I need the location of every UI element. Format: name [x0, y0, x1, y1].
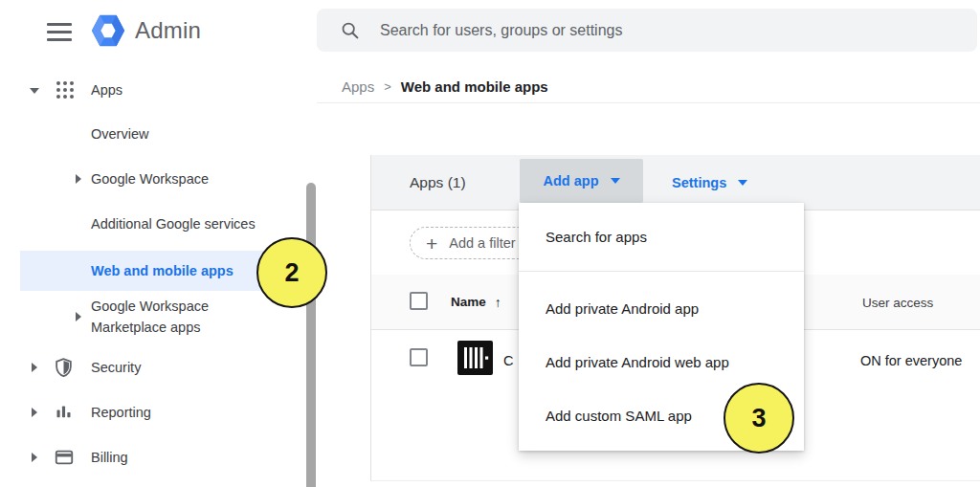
search-input[interactable]	[380, 22, 916, 39]
menu-item-add-private-android-web-app[interactable]: Add private Android web app	[519, 335, 804, 388]
name-column-label: Name	[451, 295, 486, 309]
annotation-step-3: 3	[724, 383, 794, 454]
menu-item-search-for-apps[interactable]: Search for apps	[519, 203, 804, 271]
sidebar-item-label: Google Workspace Marketplace apps	[91, 296, 275, 338]
annotation-step-2: 2	[256, 237, 327, 308]
select-all-checkbox[interactable]	[410, 292, 428, 310]
sidebar-item-label: Reporting	[91, 405, 151, 420]
chevron-right-icon[interactable]	[32, 453, 37, 462]
user-access-value: ON for everyone	[860, 353, 962, 368]
app-logo-icon	[457, 341, 493, 375]
menu-icon[interactable]	[47, 23, 72, 41]
admin-logo-icon	[90, 12, 126, 49]
column-header-name[interactable]: Name ↑	[451, 295, 501, 310]
row-checkbox[interactable]	[410, 348, 428, 366]
sidebar-item-additional-google-services[interactable]: Additional Google services	[0, 211, 304, 236]
sidebar-item-web-and-mobile-apps[interactable]: Web and mobile apps	[20, 251, 273, 291]
chevron-down-icon[interactable]	[30, 88, 39, 94]
shield-icon	[54, 357, 74, 378]
settings-button-label: Settings	[672, 175, 726, 190]
sidebar-scrollbar[interactable]	[306, 183, 316, 487]
chevron-right-icon[interactable]	[76, 174, 81, 184]
sidebar-item-apps[interactable]: Apps	[0, 77, 304, 102]
chevron-right-icon[interactable]	[32, 363, 37, 372]
sidebar-item-google-workspace[interactable]: Google Workspace	[0, 166, 304, 191]
search-icon	[340, 20, 360, 40]
sidebar-item-label: Overview	[91, 126, 148, 142]
add-filter-label: Add a filter	[449, 235, 515, 251]
app-name: C	[503, 353, 513, 368]
credit-card-icon	[54, 447, 75, 468]
plus-icon: +	[426, 233, 437, 254]
add-app-button-label: Add app	[544, 173, 599, 188]
sidebar-item-marketplace-apps[interactable]: Google Workspace Marketplace apps	[0, 295, 304, 339]
sidebar-item-security[interactable]: Security	[0, 355, 304, 380]
menu-item-add-private-android-app[interactable]: Add private Android app	[519, 281, 804, 335]
chevron-down-icon	[611, 178, 620, 184]
admin-logo-text: Admin	[135, 17, 201, 44]
admin-logo: Admin	[90, 12, 201, 49]
sidebar-item-billing[interactable]: Billing	[0, 445, 304, 470]
sidebar-item-label: Google Workspace	[91, 171, 209, 187]
chevron-right-icon[interactable]	[32, 408, 37, 417]
breadcrumb-separator: >	[384, 79, 391, 94]
sidebar-item-label: Additional Google services	[91, 216, 256, 232]
apps-grid-icon	[54, 78, 77, 101]
search-bar[interactable]	[317, 9, 977, 52]
column-header-user-access[interactable]: User access	[862, 295, 933, 309]
sidebar-item-label: Apps	[91, 82, 122, 98]
add-app-button[interactable]: Add app	[520, 159, 643, 203]
breadcrumb-apps-link[interactable]: Apps	[342, 78, 374, 95]
sidebar-item-overview[interactable]: Overview	[0, 122, 304, 146]
breadcrumb-divider	[317, 102, 980, 103]
apps-count-label: Apps (1)	[410, 174, 466, 191]
breadcrumb-current: Web and mobile apps	[401, 78, 548, 95]
sidebar-item-reporting[interactable]: Reporting	[0, 400, 304, 425]
breadcrumb: Apps > Web and mobile apps	[342, 77, 548, 96]
chevron-down-icon	[738, 180, 747, 186]
sidebar-item-label: Web and mobile apps	[91, 263, 234, 278]
sidebar-item-label: Security	[91, 360, 141, 375]
sidebar-item-label: Billing	[91, 450, 128, 465]
bar-chart-icon	[54, 403, 74, 423]
sort-ascending-icon[interactable]: ↑	[495, 295, 501, 310]
chevron-right-icon[interactable]	[76, 312, 81, 321]
